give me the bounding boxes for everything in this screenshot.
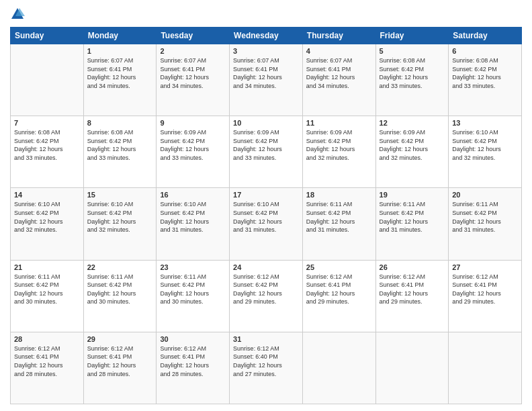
table-row: 5Sunrise: 6:08 AM Sunset: 6:42 PM Daylig… xyxy=(375,44,449,116)
day-info: Sunrise: 6:07 AM Sunset: 6:41 PM Dayligh… xyxy=(160,56,226,90)
table-row: 27Sunrise: 6:12 AM Sunset: 6:41 PM Dayli… xyxy=(449,260,522,332)
day-number: 24 xyxy=(233,263,299,271)
table-row: 2Sunrise: 6:07 AM Sunset: 6:41 PM Daylig… xyxy=(157,44,230,116)
day-number: 16 xyxy=(160,191,226,199)
day-number: 21 xyxy=(14,263,80,271)
day-number: 1 xyxy=(87,47,153,55)
table-row: 8Sunrise: 6:08 AM Sunset: 6:42 PM Daylig… xyxy=(83,116,157,188)
day-number: 14 xyxy=(14,191,80,199)
col-sunday: Sunday xyxy=(11,28,84,44)
table-row: 6Sunrise: 6:08 AM Sunset: 6:42 PM Daylig… xyxy=(449,44,522,116)
week-row-2: 7Sunrise: 6:08 AM Sunset: 6:42 PM Daylig… xyxy=(11,116,522,188)
table-row: 16Sunrise: 6:10 AM Sunset: 6:42 PM Dayli… xyxy=(157,188,230,260)
week-row-3: 14Sunrise: 6:10 AM Sunset: 6:42 PM Dayli… xyxy=(11,188,522,260)
col-thursday: Thursday xyxy=(302,28,375,44)
calendar-page: Sunday Monday Tuesday Wednesday Thursday… xyxy=(0,0,532,411)
col-tuesday: Tuesday xyxy=(157,28,230,44)
day-info: Sunrise: 6:10 AM Sunset: 6:42 PM Dayligh… xyxy=(233,200,299,234)
day-number: 18 xyxy=(306,191,372,199)
day-number: 30 xyxy=(160,335,226,343)
day-info: Sunrise: 6:10 AM Sunset: 6:42 PM Dayligh… xyxy=(452,128,518,162)
table-row: 11Sunrise: 6:09 AM Sunset: 6:42 PM Dayli… xyxy=(302,116,375,188)
day-info: Sunrise: 6:08 AM Sunset: 6:42 PM Dayligh… xyxy=(452,56,518,90)
table-row: 25Sunrise: 6:12 AM Sunset: 6:41 PM Dayli… xyxy=(302,260,375,332)
table-row: 3Sunrise: 6:07 AM Sunset: 6:41 PM Daylig… xyxy=(230,44,303,116)
day-number: 10 xyxy=(233,119,299,127)
table-row: 9Sunrise: 6:09 AM Sunset: 6:42 PM Daylig… xyxy=(157,116,230,188)
day-number: 20 xyxy=(452,191,518,199)
table-row: 4Sunrise: 6:07 AM Sunset: 6:41 PM Daylig… xyxy=(302,44,375,116)
table-row: 23Sunrise: 6:11 AM Sunset: 6:42 PM Dayli… xyxy=(157,260,230,332)
day-info: Sunrise: 6:12 AM Sunset: 6:41 PM Dayligh… xyxy=(87,345,153,378)
day-info: Sunrise: 6:12 AM Sunset: 6:41 PM Dayligh… xyxy=(452,273,518,306)
day-info: Sunrise: 6:08 AM Sunset: 6:42 PM Dayligh… xyxy=(14,128,80,162)
day-info: Sunrise: 6:08 AM Sunset: 6:42 PM Dayligh… xyxy=(380,56,445,90)
col-friday: Friday xyxy=(375,28,449,44)
day-number: 28 xyxy=(14,335,80,343)
table-row: 13Sunrise: 6:10 AM Sunset: 6:42 PM Dayli… xyxy=(449,116,522,188)
day-number: 27 xyxy=(452,263,518,271)
day-number: 7 xyxy=(14,119,80,127)
day-number: 9 xyxy=(160,119,226,127)
table-row xyxy=(302,332,375,404)
day-number: 3 xyxy=(233,47,299,55)
table-row xyxy=(449,332,522,404)
table-row: 1Sunrise: 6:07 AM Sunset: 6:41 PM Daylig… xyxy=(83,44,157,116)
day-number: 15 xyxy=(87,191,153,199)
col-wednesday: Wednesday xyxy=(230,28,303,44)
table-row: 17Sunrise: 6:10 AM Sunset: 6:42 PM Dayli… xyxy=(230,188,303,260)
header xyxy=(10,7,522,21)
day-info: Sunrise: 6:11 AM Sunset: 6:42 PM Dayligh… xyxy=(87,273,153,306)
table-row: 7Sunrise: 6:08 AM Sunset: 6:42 PM Daylig… xyxy=(11,116,84,188)
table-row: 31Sunrise: 6:12 AM Sunset: 6:40 PM Dayli… xyxy=(230,332,303,404)
day-info: Sunrise: 6:09 AM Sunset: 6:42 PM Dayligh… xyxy=(160,128,226,162)
day-info: Sunrise: 6:07 AM Sunset: 6:41 PM Dayligh… xyxy=(306,56,372,90)
day-info: Sunrise: 6:12 AM Sunset: 6:41 PM Dayligh… xyxy=(14,345,80,378)
day-number: 23 xyxy=(160,263,226,271)
day-info: Sunrise: 6:12 AM Sunset: 6:41 PM Dayligh… xyxy=(306,273,372,306)
day-number: 29 xyxy=(87,335,153,343)
day-number: 2 xyxy=(160,47,226,55)
table-row: 26Sunrise: 6:12 AM Sunset: 6:41 PM Dayli… xyxy=(375,260,449,332)
day-info: Sunrise: 6:12 AM Sunset: 6:42 PM Dayligh… xyxy=(233,273,299,306)
day-number: 13 xyxy=(452,119,518,127)
table-row: 15Sunrise: 6:10 AM Sunset: 6:42 PM Dayli… xyxy=(83,188,157,260)
day-info: Sunrise: 6:12 AM Sunset: 6:40 PM Dayligh… xyxy=(233,345,299,378)
table-row: 10Sunrise: 6:09 AM Sunset: 6:42 PM Dayli… xyxy=(230,116,303,188)
day-info: Sunrise: 6:10 AM Sunset: 6:42 PM Dayligh… xyxy=(87,200,153,234)
day-info: Sunrise: 6:11 AM Sunset: 6:42 PM Dayligh… xyxy=(380,200,445,234)
table-row: 14Sunrise: 6:10 AM Sunset: 6:42 PM Dayli… xyxy=(11,188,84,260)
table-row: 19Sunrise: 6:11 AM Sunset: 6:42 PM Dayli… xyxy=(375,188,449,260)
day-info: Sunrise: 6:11 AM Sunset: 6:42 PM Dayligh… xyxy=(452,200,518,234)
day-number: 6 xyxy=(452,47,518,55)
day-info: Sunrise: 6:08 AM Sunset: 6:42 PM Dayligh… xyxy=(87,128,153,162)
day-info: Sunrise: 6:12 AM Sunset: 6:41 PM Dayligh… xyxy=(160,345,226,378)
day-number: 22 xyxy=(87,263,153,271)
col-saturday: Saturday xyxy=(449,28,522,44)
day-info: Sunrise: 6:11 AM Sunset: 6:42 PM Dayligh… xyxy=(14,273,80,306)
table-row: 18Sunrise: 6:11 AM Sunset: 6:42 PM Dayli… xyxy=(302,188,375,260)
day-number: 11 xyxy=(306,119,372,127)
week-row-5: 28Sunrise: 6:12 AM Sunset: 6:41 PM Dayli… xyxy=(11,332,522,404)
table-row: 29Sunrise: 6:12 AM Sunset: 6:41 PM Dayli… xyxy=(83,332,157,404)
day-info: Sunrise: 6:10 AM Sunset: 6:42 PM Dayligh… xyxy=(160,200,226,234)
day-info: Sunrise: 6:09 AM Sunset: 6:42 PM Dayligh… xyxy=(306,128,372,162)
day-info: Sunrise: 6:12 AM Sunset: 6:41 PM Dayligh… xyxy=(380,273,445,306)
day-number: 12 xyxy=(380,119,445,127)
day-info: Sunrise: 6:09 AM Sunset: 6:42 PM Dayligh… xyxy=(380,128,445,162)
day-number: 19 xyxy=(380,191,445,199)
day-info: Sunrise: 6:07 AM Sunset: 6:41 PM Dayligh… xyxy=(87,56,153,90)
day-info: Sunrise: 6:07 AM Sunset: 6:41 PM Dayligh… xyxy=(233,56,299,90)
table-row: 22Sunrise: 6:11 AM Sunset: 6:42 PM Dayli… xyxy=(83,260,157,332)
logo xyxy=(10,7,28,21)
header-row: Sunday Monday Tuesday Wednesday Thursday… xyxy=(11,28,522,44)
logo-icon xyxy=(10,7,25,21)
table-row: 21Sunrise: 6:11 AM Sunset: 6:42 PM Dayli… xyxy=(11,260,84,332)
day-info: Sunrise: 6:09 AM Sunset: 6:42 PM Dayligh… xyxy=(233,128,299,162)
day-number: 17 xyxy=(233,191,299,199)
day-info: Sunrise: 6:10 AM Sunset: 6:42 PM Dayligh… xyxy=(14,200,80,234)
day-info: Sunrise: 6:11 AM Sunset: 6:42 PM Dayligh… xyxy=(306,200,372,234)
table-row: 30Sunrise: 6:12 AM Sunset: 6:41 PM Dayli… xyxy=(157,332,230,404)
table-row: 20Sunrise: 6:11 AM Sunset: 6:42 PM Dayli… xyxy=(449,188,522,260)
day-number: 31 xyxy=(233,335,299,343)
